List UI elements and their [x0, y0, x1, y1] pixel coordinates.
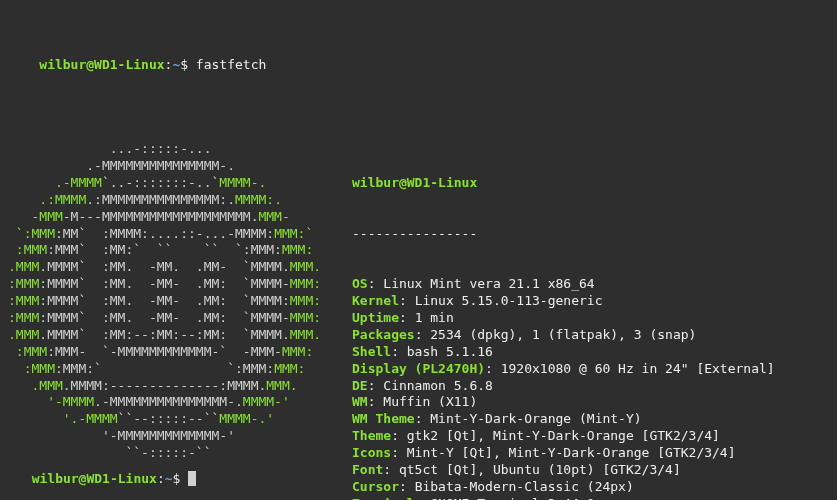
- ascii-logo-line: .MMM.MMMM` :MM. -MM. .MM- `MMMM.MMM.: [8, 259, 348, 276]
- prompt-line: wilbur@WD1-Linux:~$ fastfetch: [8, 40, 829, 91]
- ascii-logo-line: '-MMMM.-MMMMMMMMMMMMMMM-.MMMM-': [8, 394, 348, 411]
- ascii-logo-line: :MMM:MMM- `-MMMMMMMMMMMM-` -MMM-MMM:: [8, 344, 348, 361]
- ascii-logo-line: :MMM:MMMM` :MM. -MM- .MM: `MMMM-MMM:: [8, 276, 348, 293]
- ascii-logo-line: :MMM:MMM:` `:MMM:MMM:: [8, 361, 348, 378]
- info-line: WM: Muffin (X11): [352, 394, 829, 411]
- info-line: Icons: Mint-Y [Qt], Mint-Y-Dark-Orange […: [352, 445, 829, 462]
- prompt-command: fastfetch: [196, 57, 266, 72]
- info-line: Cursor: Bibata-Modern-Classic (24px): [352, 479, 829, 496]
- info-value: Linux Mint vera 21.1 x86_64: [383, 276, 594, 291]
- ascii-logo-line: .-MMMMMMMMMMMMMMM-.: [8, 158, 348, 175]
- ascii-logo-line: .-MMMM`..-:::::::-..`MMMM-.: [8, 175, 348, 192]
- ascii-logo-line: .MMM.MMMM:--------------:MMMM.MMM.: [8, 378, 348, 395]
- info-value: Bibata-Modern-Classic (24px): [415, 479, 634, 494]
- info-value: qt5ct [Qt], Ubuntu (10pt) [GTK2/3/4]: [399, 462, 681, 477]
- info-line: DE: Cinnamon 5.6.8: [352, 378, 829, 395]
- ascii-logo: ...-:::::-... .-MMMMMMMMMMMMMMM-. .-MMMM…: [8, 141, 348, 462]
- info-key: Theme: [352, 428, 391, 443]
- ascii-logo-line: '.-MMMM``--:::::--``MMMM-.': [8, 411, 348, 428]
- info-key: Terminal: [352, 496, 415, 500]
- info-key: Shell: [352, 344, 391, 359]
- info-value: Mint-Y [Qt], Mint-Y-Dark-Orange [GTK2/3/…: [407, 445, 736, 460]
- info-line: Display (PL2470H): 1920x1080 @ 60 Hz in …: [352, 361, 829, 378]
- prompt-userhost-bottom: wilbur@WD1-Linux: [32, 471, 157, 486]
- info-header-separator: ----------------: [352, 226, 477, 241]
- info-value: 2534 (dpkg), 1 (flatpak), 3 (snap): [430, 327, 696, 342]
- ascii-logo-line: ...-:::::-...: [8, 141, 348, 158]
- info-key: Cursor: [352, 479, 399, 494]
- info-value: 1 min: [415, 310, 454, 325]
- info-line: OS: Linux Mint vera 21.1 x86_64: [352, 276, 829, 293]
- info-line: Font: qt5ct [Qt], Ubuntu (10pt) [GTK2/3/…: [352, 462, 829, 479]
- info-value: GNOME Terminal 3.44.0: [430, 496, 594, 500]
- ascii-logo-line: :MMM:MMMM` :MM. -MM- .MM: `MMMM-MMM:: [8, 310, 348, 327]
- system-info-block: wilbur@WD1-Linux ---------------- OS: Li…: [348, 141, 829, 500]
- info-key: OS: [352, 276, 368, 291]
- prompt-line-bottom[interactable]: wilbur@WD1-Linux:~$: [8, 448, 204, 494]
- ascii-logo-line: '-MMMMMMMMMMMMM-': [8, 428, 348, 445]
- info-key: Display (PL2470H): [352, 361, 485, 376]
- info-key: Font: [352, 462, 383, 477]
- info-key: Icons: [352, 445, 391, 460]
- info-key: WM Theme: [352, 411, 415, 426]
- info-value: Linux 5.15.0-113-generic: [415, 293, 603, 308]
- ascii-logo-line: .MMM.MMMM` :MM:--:MM:--:MM: `MMMM.MMM.: [8, 327, 348, 344]
- info-value: gtk2 [Qt], Mint-Y-Dark-Orange [GTK2/3/4]: [407, 428, 720, 443]
- info-value: Mint-Y-Dark-Orange (Mint-Y): [430, 411, 641, 426]
- info-key: Packages: [352, 327, 415, 342]
- ascii-logo-line: -MMM-M---MMMMMMMMMMMMMMMMMMM.MMM-: [8, 209, 348, 226]
- info-line: Shell: bash 5.1.16: [352, 344, 829, 361]
- info-value: Muffin (X11): [383, 394, 477, 409]
- info-line: Theme: gtk2 [Qt], Mint-Y-Dark-Orange [GT…: [352, 428, 829, 445]
- ascii-logo-line: :MMM:MMM` :MM:` `` `` `:MMM:MMM:: [8, 242, 348, 259]
- info-value: 1920x1080 @ 60 Hz in 24" [External]: [501, 361, 775, 376]
- info-line: Kernel: Linux 5.15.0-113-generic: [352, 293, 829, 310]
- info-value: Cinnamon 5.6.8: [383, 378, 493, 393]
- info-line: Uptime: 1 min: [352, 310, 829, 327]
- info-key: Kernel: [352, 293, 399, 308]
- info-line: WM Theme: Mint-Y-Dark-Orange (Mint-Y): [352, 411, 829, 428]
- info-line: Terminal: GNOME Terminal 3.44.0: [352, 496, 829, 500]
- prompt-dollar: $: [180, 57, 188, 72]
- ascii-logo-line: .:MMMM.:MMMMMMMMMMMMMMM:.MMMM:.: [8, 192, 348, 209]
- info-line: Packages: 2534 (dpkg), 1 (flatpak), 3 (s…: [352, 327, 829, 344]
- info-value: bash 5.1.16: [407, 344, 493, 359]
- ascii-logo-line: :MMM:MMMM` :MM. -MM- .MM: `MMMM:MMM:: [8, 293, 348, 310]
- ascii-logo-line: `:MMM:MM` :MMMM:....::-...-MMMM:MMM:`: [8, 226, 348, 243]
- info-header-userhost: wilbur@WD1-Linux: [352, 175, 477, 190]
- info-key: WM: [352, 394, 368, 409]
- info-key: Uptime: [352, 310, 399, 325]
- info-key: DE: [352, 378, 368, 393]
- cursor[interactable]: [188, 471, 196, 486]
- prompt-userhost: wilbur@WD1-Linux: [39, 57, 164, 72]
